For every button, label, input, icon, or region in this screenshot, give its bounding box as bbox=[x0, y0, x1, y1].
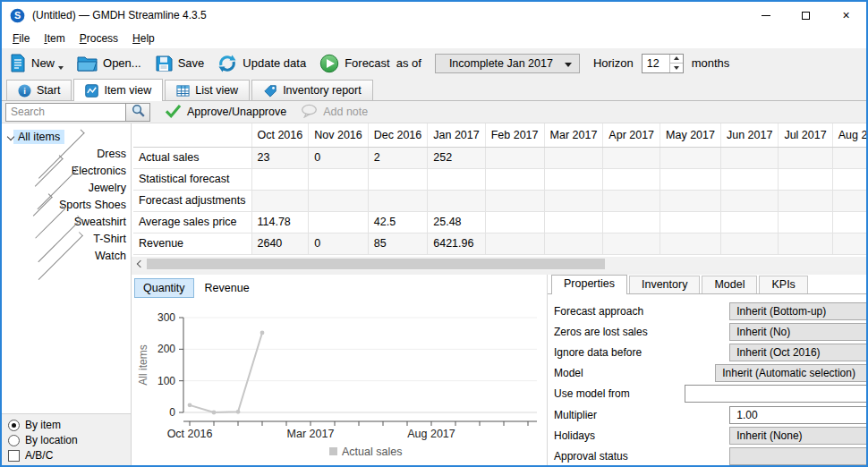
table-cell[interactable]: 2 bbox=[368, 147, 428, 168]
table-cell[interactable] bbox=[544, 190, 603, 211]
table-horizontal-scrollbar[interactable] bbox=[132, 257, 868, 271]
zeros-are-lost-sales-dropdown[interactable]: Inherit (No) bbox=[729, 323, 868, 341]
table-cell[interactable] bbox=[660, 168, 721, 190]
ignore-data-before-dropdown[interactable]: Inherit (Oct 2016) bbox=[729, 344, 868, 361]
table-cell[interactable] bbox=[660, 147, 721, 168]
table-cell[interactable] bbox=[720, 233, 778, 254]
table-cell[interactable] bbox=[603, 233, 660, 254]
update-data-button[interactable]: Update data bbox=[217, 54, 306, 73]
table-cell[interactable] bbox=[832, 190, 868, 211]
holidays-dropdown[interactable]: Inherit (None) bbox=[729, 427, 868, 445]
search-button[interactable] bbox=[126, 103, 150, 122]
save-button[interactable]: Save bbox=[155, 55, 205, 72]
table-cell[interactable] bbox=[832, 211, 868, 233]
table-cell[interactable] bbox=[720, 190, 778, 211]
checkbox-a-b-c[interactable]: A/B/C bbox=[8, 449, 124, 462]
table-cell[interactable]: 2640 bbox=[251, 233, 309, 254]
props-tab-inventory[interactable]: Inventory bbox=[629, 276, 700, 293]
table-cell[interactable] bbox=[485, 190, 544, 211]
table-cell[interactable] bbox=[368, 168, 428, 190]
horizon-spin-down[interactable] bbox=[670, 64, 683, 72]
new-button[interactable]: New bbox=[9, 54, 64, 72]
table-cell[interactable] bbox=[779, 168, 832, 190]
table-cell[interactable] bbox=[309, 168, 369, 190]
table-cell[interactable] bbox=[832, 233, 868, 254]
props-tab-properties[interactable]: Properties bbox=[551, 275, 627, 294]
table-cell[interactable] bbox=[660, 190, 721, 211]
table-cell[interactable] bbox=[251, 168, 309, 190]
menu-item-process[interactable]: Process bbox=[72, 30, 125, 47]
table-cell[interactable]: 252 bbox=[428, 147, 485, 168]
table-cell[interactable] bbox=[779, 211, 832, 233]
table-cell[interactable] bbox=[720, 168, 778, 190]
table-cell[interactable] bbox=[428, 168, 485, 190]
table-cell[interactable]: 0 bbox=[309, 233, 369, 254]
table-cell[interactable]: 0 bbox=[309, 147, 369, 168]
table-cell[interactable]: 85 bbox=[368, 233, 428, 254]
table-cell[interactable] bbox=[368, 190, 428, 211]
table-cell[interactable] bbox=[544, 233, 603, 254]
chart-tab-quantity[interactable]: Quantity bbox=[134, 278, 194, 298]
tree-item-watch[interactable]: Watch bbox=[2, 247, 131, 264]
props-tab-kpis[interactable]: KPIs bbox=[759, 276, 807, 293]
table-cell[interactable] bbox=[603, 211, 660, 233]
table-cell[interactable] bbox=[603, 190, 660, 211]
table-cell[interactable] bbox=[660, 233, 721, 254]
table-cell[interactable] bbox=[603, 147, 660, 168]
tab-item-view[interactable]: Item view bbox=[73, 79, 163, 101]
table-cell[interactable] bbox=[832, 168, 868, 190]
table-cell[interactable] bbox=[544, 168, 603, 190]
table-cell[interactable] bbox=[485, 147, 544, 168]
table-cell[interactable] bbox=[779, 233, 832, 254]
table-cell[interactable]: 6421.96 bbox=[428, 233, 485, 254]
menu-item-help[interactable]: Help bbox=[125, 30, 162, 47]
table-cell[interactable]: 42.5 bbox=[368, 211, 428, 233]
horizontal-scroll-thumb[interactable] bbox=[147, 259, 605, 269]
table-cell[interactable] bbox=[309, 190, 369, 211]
table-cell[interactable] bbox=[485, 233, 544, 254]
table-cell[interactable] bbox=[720, 147, 778, 168]
tree-item-sports-shoes[interactable]: Sports Shoes bbox=[2, 196, 131, 213]
table-cell[interactable]: 23 bbox=[251, 147, 309, 168]
tree-item-dress[interactable]: Dress bbox=[2, 145, 131, 162]
table-cell[interactable] bbox=[603, 168, 660, 190]
menu-item-file[interactable]: File bbox=[5, 30, 37, 47]
open-button[interactable]: Open... bbox=[77, 55, 141, 72]
maximize-button[interactable] bbox=[786, 2, 826, 29]
minimize-button[interactable] bbox=[745, 2, 786, 29]
radio-by-location[interactable]: By location bbox=[8, 434, 124, 446]
table-cell[interactable] bbox=[720, 211, 778, 233]
menu-item-item[interactable]: Item bbox=[37, 30, 72, 47]
tree-item-jewelry[interactable]: Jewelry bbox=[2, 179, 131, 196]
chart-tab-revenue[interactable]: Revenue bbox=[196, 278, 259, 298]
approval-status-dropdown[interactable] bbox=[729, 447, 868, 465]
horizon-input[interactable] bbox=[642, 55, 669, 72]
horizon-spin-up[interactable] bbox=[670, 55, 683, 64]
tab-list-view[interactable]: List view bbox=[165, 80, 250, 100]
table-cell[interactable]: 25.48 bbox=[428, 211, 485, 233]
table-cell[interactable] bbox=[485, 168, 544, 190]
forecast-approach-dropdown[interactable]: Inherit (Bottom-up) bbox=[729, 302, 868, 320]
approve-unapprove-button[interactable]: Approve/Unapprove bbox=[165, 104, 286, 121]
scroll-left-button[interactable] bbox=[132, 257, 146, 271]
table-cell[interactable] bbox=[544, 147, 603, 168]
model-dropdown[interactable]: Inherit (Automatic selection) bbox=[715, 364, 868, 382]
forecast-period-dropdown[interactable]: Incomplete Jan 2017 bbox=[435, 54, 580, 73]
table-cell[interactable] bbox=[832, 147, 868, 168]
tab-start[interactable]: iStart bbox=[6, 80, 72, 100]
table-cell[interactable] bbox=[779, 190, 832, 211]
props-tab-model[interactable]: Model bbox=[702, 276, 757, 293]
table-cell[interactable] bbox=[779, 147, 832, 168]
add-note-button[interactable]: Add note bbox=[301, 104, 368, 121]
table-cell[interactable] bbox=[660, 211, 721, 233]
table-cell[interactable] bbox=[251, 190, 309, 211]
multiplier-spinner[interactable]: 1.00 bbox=[729, 406, 868, 424]
table-cell[interactable] bbox=[428, 190, 485, 211]
search-input[interactable] bbox=[5, 103, 126, 122]
table-cell[interactable] bbox=[309, 211, 369, 233]
table-cell[interactable] bbox=[544, 211, 603, 233]
radio-by-item[interactable]: By item bbox=[8, 419, 124, 431]
close-button[interactable]: × bbox=[826, 2, 866, 29]
tab-inventory-report[interactable]: Inventory report bbox=[251, 80, 373, 100]
table-cell[interactable] bbox=[485, 211, 544, 233]
